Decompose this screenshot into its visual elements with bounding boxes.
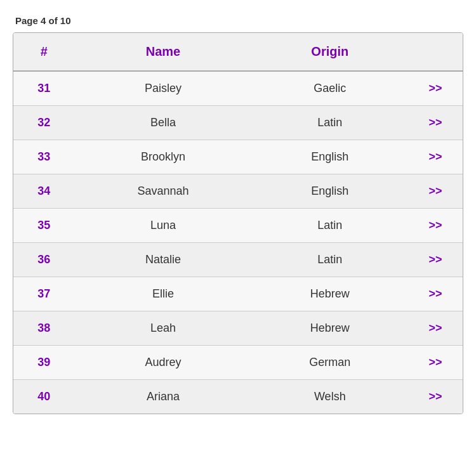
cell-origin: Latin <box>251 106 408 140</box>
table-row: 35LunaLatin>> <box>13 209 463 243</box>
table-row: 38LeahHebrew>> <box>13 311 463 346</box>
cell-name: Ellie <box>75 277 252 311</box>
cell-num: 39 <box>13 346 75 380</box>
cell-name: Paisley <box>75 71 252 106</box>
cell-num: 34 <box>13 174 75 209</box>
table-row: 40ArianaWelsh>> <box>13 380 463 414</box>
cell-action-button[interactable]: >> <box>408 277 463 311</box>
cell-name: Bella <box>75 106 252 140</box>
table-row: 37EllieHebrew>> <box>13 277 463 311</box>
table-row: 39AudreyGerman>> <box>13 346 463 380</box>
header-num: # <box>13 33 75 71</box>
cell-action-button[interactable]: >> <box>408 140 463 174</box>
cell-num: 36 <box>13 243 75 277</box>
cell-name: Savannah <box>75 174 252 209</box>
cell-num: 38 <box>13 311 75 346</box>
main-container: Page 4 of 10 # Name Origin 31PaisleyGael… <box>13 10 463 414</box>
table-row: 31PaisleyGaelic>> <box>13 71 463 106</box>
cell-origin: Hebrew <box>251 277 408 311</box>
header-origin: Origin <box>251 33 408 71</box>
names-table: # Name Origin 31PaisleyGaelic>>32BellaLa… <box>13 33 463 414</box>
header-action <box>408 33 463 71</box>
cell-num: 35 <box>13 209 75 243</box>
cell-action-button[interactable]: >> <box>408 243 463 277</box>
cell-origin: German <box>251 346 408 380</box>
cell-origin: English <box>251 140 408 174</box>
table-header-row: # Name Origin <box>13 33 463 71</box>
cell-origin: Gaelic <box>251 71 408 106</box>
cell-name: Ariana <box>75 380 252 414</box>
cell-num: 37 <box>13 277 75 311</box>
table-row: 32BellaLatin>> <box>13 106 463 140</box>
cell-name: Natalie <box>75 243 252 277</box>
cell-num: 33 <box>13 140 75 174</box>
cell-num: 40 <box>13 380 75 414</box>
cell-action-button[interactable]: >> <box>408 311 463 346</box>
cell-name: Brooklyn <box>75 140 252 174</box>
cell-action-button[interactable]: >> <box>408 209 463 243</box>
cell-action-button[interactable]: >> <box>408 174 463 209</box>
cell-origin: Welsh <box>251 380 408 414</box>
header-name: Name <box>75 33 252 71</box>
table-row: 34SavannahEnglish>> <box>13 174 463 209</box>
page-info: Page 4 of 10 <box>13 10 463 32</box>
cell-name: Luna <box>75 209 252 243</box>
cell-origin: English <box>251 174 408 209</box>
cell-action-button[interactable]: >> <box>408 71 463 106</box>
cell-name: Leah <box>75 311 252 346</box>
table-row: 36NatalieLatin>> <box>13 243 463 277</box>
cell-action-button[interactable]: >> <box>408 380 463 414</box>
cell-action-button[interactable]: >> <box>408 346 463 380</box>
cell-origin: Latin <box>251 243 408 277</box>
cell-action-button[interactable]: >> <box>408 106 463 140</box>
cell-name: Audrey <box>75 346 252 380</box>
cell-origin: Hebrew <box>251 311 408 346</box>
cell-num: 32 <box>13 106 75 140</box>
table-wrapper: # Name Origin 31PaisleyGaelic>>32BellaLa… <box>13 32 463 414</box>
table-row: 33BrooklynEnglish>> <box>13 140 463 174</box>
cell-num: 31 <box>13 71 75 106</box>
cell-origin: Latin <box>251 209 408 243</box>
